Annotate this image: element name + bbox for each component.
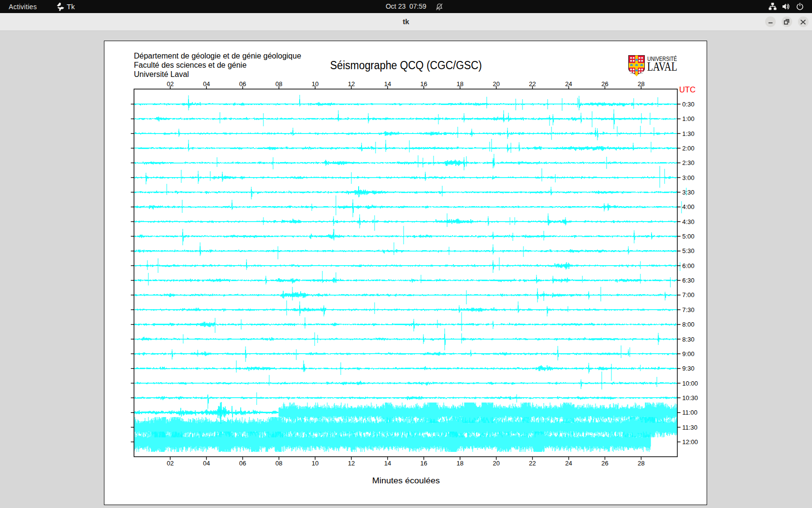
svg-text:Faculté des sciences et de gén: Faculté des sciences et de génie xyxy=(134,61,246,69)
svg-text:28: 28 xyxy=(638,460,644,467)
svg-text:10:30: 10:30 xyxy=(682,394,698,402)
svg-text:18: 18 xyxy=(457,460,464,467)
svg-text:Département de géologie et de: Département de géologie et de génie géol… xyxy=(134,52,301,60)
svg-text:12:00: 12:00 xyxy=(682,438,698,446)
svg-text:08: 08 xyxy=(276,80,282,88)
svg-text:18: 18 xyxy=(457,80,464,88)
svg-text:28: 28 xyxy=(638,80,644,88)
svg-text:Minutes écoulées: Minutes écoulées xyxy=(372,476,440,485)
svg-text:04: 04 xyxy=(203,80,210,88)
svg-text:10:00: 10:00 xyxy=(682,380,698,387)
svg-text:7:30: 7:30 xyxy=(682,306,695,314)
svg-text:4:30: 4:30 xyxy=(682,218,695,225)
svg-text:26: 26 xyxy=(601,80,608,88)
svg-text:3:30: 3:30 xyxy=(682,189,695,196)
svg-text:24: 24 xyxy=(565,460,572,467)
svg-text:06: 06 xyxy=(239,460,246,467)
svg-text:22: 22 xyxy=(529,80,536,88)
svg-text:11:30: 11:30 xyxy=(682,424,698,431)
svg-text:7:00: 7:00 xyxy=(682,291,695,299)
svg-text:24: 24 xyxy=(565,80,572,88)
svg-text:22: 22 xyxy=(529,460,536,467)
svg-text:1:00: 1:00 xyxy=(682,115,695,122)
svg-text:9:30: 9:30 xyxy=(682,365,695,372)
svg-text:UTC: UTC xyxy=(679,85,696,94)
svg-text:04: 04 xyxy=(203,460,210,467)
svg-text:20: 20 xyxy=(493,460,499,467)
svg-text:2:30: 2:30 xyxy=(682,159,695,166)
svg-text:LAVAL: LAVAL xyxy=(647,60,677,73)
svg-text:Université Laval: Université Laval xyxy=(134,70,189,78)
svg-text:14: 14 xyxy=(384,80,391,88)
svg-text:12: 12 xyxy=(348,80,355,88)
svg-text:6:30: 6:30 xyxy=(682,277,695,284)
svg-text:2:00: 2:00 xyxy=(682,145,695,152)
svg-text:06: 06 xyxy=(239,80,246,88)
svg-text:20: 20 xyxy=(493,80,499,88)
svg-text:8:30: 8:30 xyxy=(682,336,695,343)
svg-text:5:00: 5:00 xyxy=(682,233,695,240)
svg-text:12: 12 xyxy=(348,460,355,467)
svg-text:02: 02 xyxy=(167,460,174,467)
svg-text:02: 02 xyxy=(167,80,174,88)
svg-text:4:00: 4:00 xyxy=(682,203,695,210)
svg-text:14: 14 xyxy=(384,460,391,467)
svg-text:9:00: 9:00 xyxy=(682,350,695,358)
svg-text:10: 10 xyxy=(312,80,319,88)
svg-text:26: 26 xyxy=(601,460,608,467)
svg-text:11:00: 11:00 xyxy=(682,409,698,416)
svg-text:8:00: 8:00 xyxy=(682,321,695,328)
svg-text:0:30: 0:30 xyxy=(682,101,695,108)
svg-text:10: 10 xyxy=(312,460,319,467)
svg-text:16: 16 xyxy=(420,460,427,467)
svg-text:1:30: 1:30 xyxy=(682,130,695,137)
svg-text:5:30: 5:30 xyxy=(682,247,695,254)
svg-text:3:00: 3:00 xyxy=(682,174,695,181)
svg-text:Séismographe QCQ (CGC/GSC): Séismographe QCQ (CGC/GSC) xyxy=(330,59,482,72)
svg-text:16: 16 xyxy=(420,80,427,88)
svg-text:08: 08 xyxy=(276,460,282,467)
svg-text:6:00: 6:00 xyxy=(682,262,695,269)
